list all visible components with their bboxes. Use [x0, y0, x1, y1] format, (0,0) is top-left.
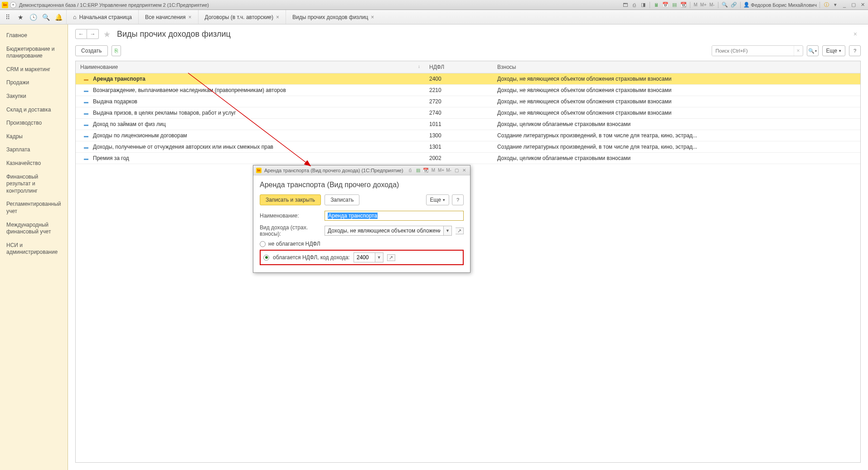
close-page-icon[interactable]: × [853, 30, 857, 38]
dialog-more-button[interactable]: Еще▾ [426, 194, 449, 205]
name-input[interactable]: Аренда транспорта [325, 211, 464, 221]
table-row[interactable]: Аренда транспорта2400Доходы, не являющие… [76, 73, 860, 85]
sidebar-item-main[interactable]: Главное [0, 29, 68, 43]
kind-label: Вид дохода (страх. взносы): [260, 224, 321, 237]
more-button[interactable]: Еще▾ [822, 45, 845, 56]
close-icon[interactable]: × [276, 14, 279, 20]
table-row[interactable]: Доходы, полученные от отчуждения авторск… [76, 141, 860, 153]
mem-m[interactable]: M [693, 2, 698, 7]
mem-m[interactable]: M [430, 167, 436, 174]
sidebar-item-hr[interactable]: Кадры [0, 130, 68, 144]
nav-back-button[interactable]: ← [75, 29, 87, 39]
sheet-icon[interactable]: ▤ [415, 167, 421, 174]
dialog-title: Аренда транспорта (Вид прочего дохода) [260, 181, 464, 189]
mem-mplus[interactable]: M+ [438, 167, 444, 174]
tab-label: Все начисления [145, 14, 186, 20]
print-preview-icon[interactable]: 🗔 [621, 1, 629, 9]
zoom-icon[interactable]: 🔍 [721, 1, 728, 9]
clear-icon[interactable]: × [794, 46, 803, 56]
save-button[interactable]: Записать [325, 194, 359, 205]
radio-not-taxed[interactable]: не облагается НДФЛ [260, 241, 464, 247]
sidebar-item-intlaccounting[interactable]: Международный финансовый учет [0, 218, 68, 239]
sidebar-item-production[interactable]: Производство [0, 116, 68, 130]
calendar-icon[interactable]: 📅 [662, 1, 669, 9]
sidebar-item-budgeting[interactable]: Бюджетирование и планирование [0, 43, 68, 63]
sidebar-item-crm[interactable]: CRM и маркетинг [0, 63, 68, 77]
code-combo[interactable]: ▼ [354, 252, 383, 262]
sidebar-item-purchases[interactable]: Закупки [0, 90, 68, 103]
apps-icon[interactable]: ⠿ [4, 13, 12, 21]
copy-button[interactable]: ⎘ [112, 45, 121, 56]
table-row[interactable]: Выдача подарков2720Доходы, не являющиеся… [76, 96, 860, 107]
bell-icon[interactable]: 🔔 [54, 13, 63, 21]
calc-icon[interactable]: 🖩 [653, 1, 660, 9]
print-icon[interactable]: ⎙ [630, 1, 638, 9]
close-icon[interactable]: × [188, 14, 191, 20]
favorite-star-icon[interactable]: ★ [103, 29, 112, 39]
sheet-icon[interactable]: ▤ [671, 1, 678, 9]
col-name[interactable]: Наименование [76, 61, 425, 73]
help-button[interactable]: ? [849, 45, 861, 56]
sidebar-item-warehouse[interactable]: Склад и доставка [0, 103, 68, 117]
radio-icon[interactable] [260, 241, 266, 247]
print-icon[interactable]: ⎙ [407, 167, 413, 174]
mem-mplus[interactable]: M+ [700, 2, 707, 7]
save-close-button[interactable]: Записать и закрыть [260, 194, 321, 205]
sidebar-item-treasury[interactable]: Казначейство [0, 157, 68, 170]
dialog-titlebar[interactable]: 1c Аренда транспорта (Вид прочего дохода… [253, 165, 470, 175]
open-ref-icon[interactable]: ↗ [387, 254, 395, 261]
titlebar-dropdown-icon[interactable]: ▾ [10, 2, 16, 8]
date-icon[interactable]: 📆 [680, 1, 687, 9]
history-icon[interactable]: 🕓 [29, 13, 37, 21]
sidebar-item-salary[interactable]: Зарплата [0, 143, 68, 157]
tab-all-accruals[interactable]: Все начисления × [138, 10, 198, 24]
link-icon[interactable]: 🔗 [730, 1, 737, 9]
sidebar-item-finresult[interactable]: Финансовый результат и контроллинг [0, 170, 68, 198]
tab-contracts[interactable]: Договоры (в т.ч. авторские) × [198, 10, 286, 24]
col-vznosy[interactable]: Взносы [493, 61, 860, 73]
cell-vznosy: Доходы, не являющиеся объектом обложения… [497, 76, 671, 82]
tab-home[interactable]: ⌂ Начальная страница [66, 10, 138, 24]
chevron-down-icon[interactable]: ▼ [443, 226, 451, 235]
dropdown-icon[interactable]: ▾ [832, 1, 839, 9]
sidebar-item-regaccounting[interactable]: Регламентированный учет [0, 198, 68, 218]
more-label: Еще [430, 197, 441, 203]
tab-other-income-types[interactable]: Виды прочих доходов физлиц × [286, 10, 380, 24]
search-input[interactable] [712, 46, 794, 56]
close-icon[interactable]: ✕ [461, 167, 467, 174]
open-ref-icon[interactable]: ↗ [456, 228, 464, 234]
kind-input[interactable] [325, 226, 443, 235]
table-row[interactable]: Доходы по лицензионным договорам1300Созд… [76, 130, 860, 141]
page-title: Виды прочих доходов физлиц [117, 29, 231, 39]
table-row[interactable]: Доход по займам от физ лиц1011Доходы, це… [76, 119, 860, 130]
kind-combo[interactable]: ▼ [325, 226, 452, 236]
table-row[interactable]: Премия за год2002Доходы, целиком облагае… [76, 153, 860, 164]
favorite-icon[interactable]: ★ [16, 13, 24, 21]
create-button[interactable]: Создать [75, 45, 108, 56]
maximize-icon[interactable]: ▢ [453, 167, 460, 174]
sidebar-item-sales[interactable]: Продажи [0, 76, 68, 90]
chevron-down-icon[interactable]: ▼ [375, 253, 383, 262]
info-icon[interactable]: ⓘ [823, 1, 830, 9]
search-button[interactable]: 🔍▾ [807, 45, 819, 56]
date-icon[interactable]: 📆 [422, 167, 429, 174]
separator [820, 2, 820, 8]
code-input[interactable] [354, 253, 375, 262]
dialog-help-button[interactable]: ? [452, 194, 464, 205]
sidebar-item-admin[interactable]: НСИ и администрирование [0, 239, 68, 259]
maximize-icon[interactable]: ▢ [850, 1, 857, 9]
user-icon: 👤 [743, 2, 750, 8]
mem-mminus[interactable]: M- [709, 2, 715, 7]
close-icon[interactable]: ✕ [859, 1, 866, 9]
table-row[interactable]: Вознаграждение, выплачиваемое наследника… [76, 85, 860, 96]
radio-icon[interactable] [263, 255, 269, 261]
current-user[interactable]: 👤 Федоров Борис Михайлович [743, 2, 817, 8]
mem-mminus[interactable]: M- [446, 167, 452, 174]
close-icon[interactable]: × [371, 14, 374, 20]
nav-forward-button[interactable]: → [87, 29, 99, 39]
col-ndfl[interactable]: НДФЛ [425, 61, 493, 73]
table-row[interactable]: Выдача призов, в целях рекламы товаров, … [76, 107, 860, 119]
search-icon[interactable]: 🔍 [42, 13, 50, 21]
minimize-icon[interactable]: _ [841, 1, 848, 9]
compare-icon[interactable]: ◨ [640, 1, 647, 9]
